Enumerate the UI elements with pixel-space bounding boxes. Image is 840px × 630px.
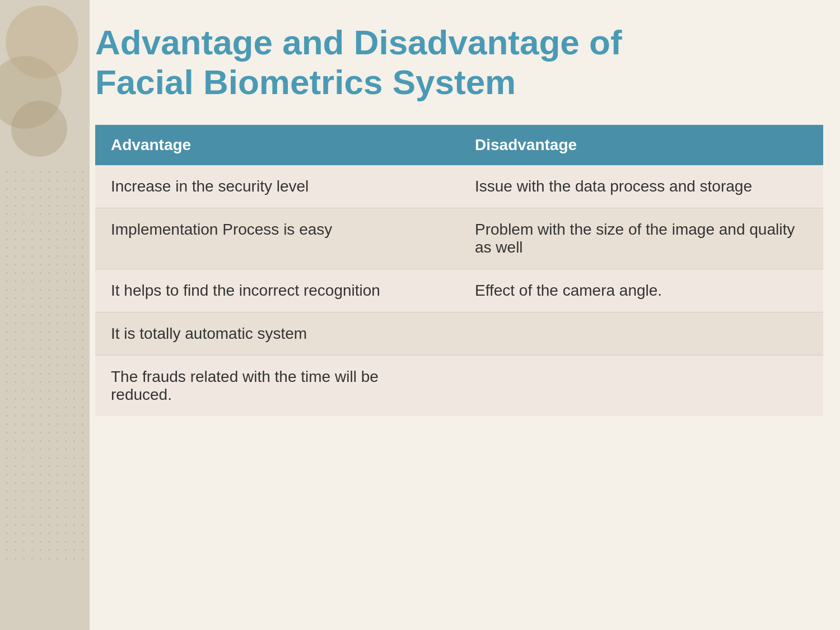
table-header-row: Advantage Disadvantage xyxy=(95,125,823,165)
header-advantage: Advantage xyxy=(95,125,459,165)
cell-advantage-2: It helps to find the incorrect recogniti… xyxy=(95,269,459,312)
table-row: The frauds related with the time will be… xyxy=(95,355,823,416)
page-title: Advantage and Disadvantage of Facial Bio… xyxy=(95,17,823,102)
title-line2: Facial Biometrics System xyxy=(95,63,516,101)
cell-advantage-0: Increase in the security level xyxy=(95,165,459,208)
table-row: Implementation Process is easyProblem wi… xyxy=(95,208,823,269)
table-row: Increase in the security levelIssue with… xyxy=(95,165,823,208)
title-line1: Advantage and Disadvantage of xyxy=(95,23,622,62)
dots-pattern xyxy=(3,168,87,560)
left-decoration xyxy=(0,0,90,630)
table-row: It helps to find the incorrect recogniti… xyxy=(95,269,823,312)
table-row: It is totally automatic system xyxy=(95,312,823,355)
circle-bottom xyxy=(11,101,67,157)
comparison-table: Advantage Disadvantage Increase in the s… xyxy=(95,125,823,416)
cell-disadvantage-0: Issue with the data process and storage xyxy=(459,165,823,208)
cell-disadvantage-1: Problem with the size of the image and q… xyxy=(459,208,823,269)
cell-advantage-3: It is totally automatic system xyxy=(95,312,459,355)
cell-disadvantage-3 xyxy=(459,312,823,355)
cell-advantage-1: Implementation Process is easy xyxy=(95,208,459,269)
header-disadvantage: Disadvantage xyxy=(459,125,823,165)
cell-disadvantage-2: Effect of the camera angle. xyxy=(459,269,823,312)
main-content: Advantage and Disadvantage of Facial Bio… xyxy=(95,17,823,613)
cell-advantage-4: The frauds related with the time will be… xyxy=(95,355,459,416)
cell-disadvantage-4 xyxy=(459,355,823,416)
